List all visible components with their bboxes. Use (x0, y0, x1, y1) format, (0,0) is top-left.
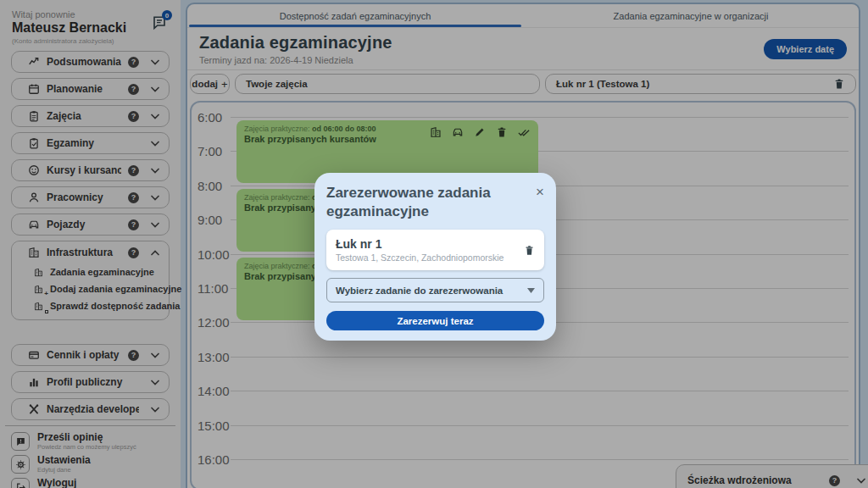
app-root: Witaj ponownie Mateusz Bernacki (Konto a… (0, 0, 868, 488)
task-select-dropdown[interactable]: Wybierz zadanie do zarezerwowania (326, 278, 544, 302)
reserved-task-card: Łuk nr 1 Testowa 1, Szczecin, Zachodniop… (326, 230, 544, 270)
reserved-tasks-modal: Zarezerwowane zadania egzaminacyjne × Łu… (314, 173, 556, 341)
trash-icon[interactable] (524, 244, 535, 257)
reserve-now-button[interactable]: Zarezerwuj teraz (326, 311, 544, 330)
caret-down-icon (527, 288, 535, 293)
task-name: Łuk nr 1 (336, 237, 524, 251)
task-location: Testowa 1, Szczecin, Zachodniopomorskie (336, 252, 524, 263)
close-icon[interactable]: × (536, 185, 544, 199)
modal-title: Zarezerwowane zadania egzaminacyjne (326, 184, 523, 221)
